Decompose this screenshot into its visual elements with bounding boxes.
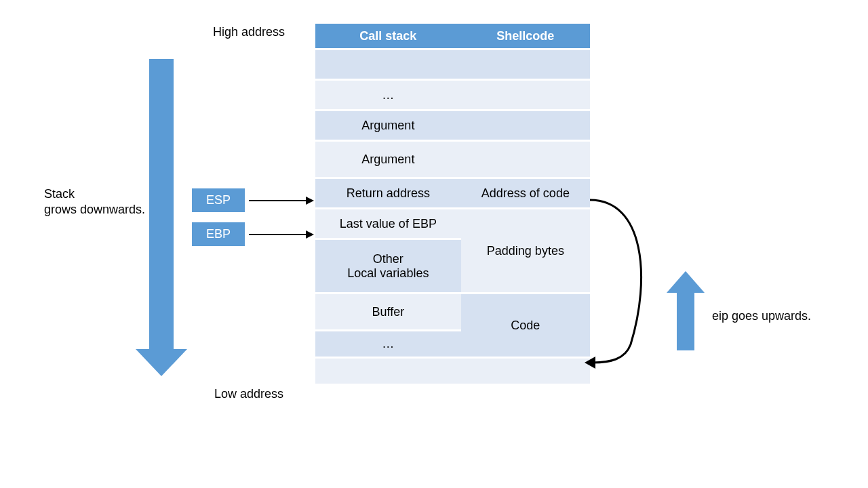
ebp-label: EBP xyxy=(192,222,245,246)
jump-arrow xyxy=(583,190,665,376)
esp-pointer-arrow xyxy=(249,200,313,201)
cell: Argument xyxy=(315,111,461,140)
stack-grows-label: Stack grows downwards. xyxy=(44,186,166,218)
ebp-pointer-arrow xyxy=(249,234,313,235)
stack-table: Call stack Shellcode … Argument Argument… xyxy=(315,22,590,386)
cell-local-vars: Other Local variables xyxy=(315,240,461,292)
row: Buffer Code xyxy=(315,294,590,329)
text: Other xyxy=(373,252,403,266)
row: Argument xyxy=(315,142,590,177)
cell-last-ebp: Last value of EBP xyxy=(315,209,461,238)
cell-return-address: Return address xyxy=(315,179,461,207)
cell-padding-bytes: Padding bytes xyxy=(461,209,590,292)
header-row: Call stack Shellcode xyxy=(315,24,590,48)
row: Argument xyxy=(315,111,590,140)
diagram: Stack grows downwards. High address Low … xyxy=(0,0,868,488)
eip-arrow-head xyxy=(667,271,705,293)
row: Return addressAddress of code xyxy=(315,179,590,207)
text: grows downwards. xyxy=(44,203,145,216)
esp-label: ESP xyxy=(192,188,245,212)
text: Local variables xyxy=(347,266,429,280)
text: Stack xyxy=(44,187,75,201)
svg-marker-0 xyxy=(585,357,595,369)
cell-buffer: Buffer xyxy=(315,294,461,329)
cell xyxy=(461,81,590,109)
stack-grow-arrow-head xyxy=(136,349,187,376)
eip-label: eip goes upwards. xyxy=(712,308,811,324)
cell: … xyxy=(315,331,461,357)
cell xyxy=(315,50,461,79)
cell: … xyxy=(315,81,461,109)
row: … xyxy=(315,81,590,109)
low-address-label: Low address xyxy=(214,386,283,402)
cell xyxy=(461,50,590,79)
cell xyxy=(315,359,461,384)
cell-code: Code xyxy=(461,294,590,357)
cell xyxy=(461,359,590,384)
header-call-stack: Call stack xyxy=(315,24,461,48)
cell xyxy=(461,111,590,140)
row xyxy=(315,359,590,384)
eip-arrow xyxy=(677,293,694,350)
header-shellcode: Shellcode xyxy=(461,24,590,48)
high-address-label: High address xyxy=(213,24,285,40)
cell-address-of-code: Address of code xyxy=(461,179,590,207)
row xyxy=(315,50,590,79)
cell xyxy=(461,142,590,177)
row: Last value of EBP Padding bytes xyxy=(315,209,590,238)
cell: Argument xyxy=(315,142,461,177)
